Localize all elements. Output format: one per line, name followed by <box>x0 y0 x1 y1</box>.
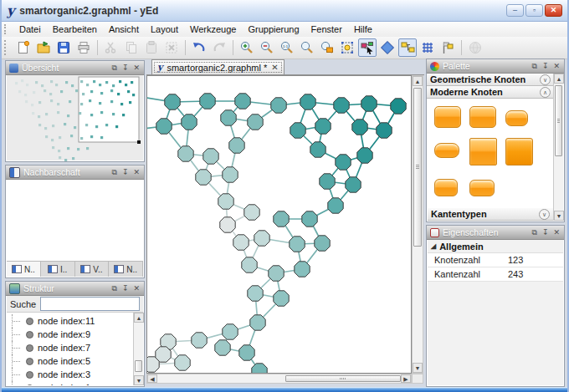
graph-node[interactable] <box>334 98 349 113</box>
graph-node[interactable] <box>377 123 392 138</box>
pin-icon[interactable]: ↧ <box>121 285 130 293</box>
graph-node[interactable] <box>248 115 263 130</box>
palette-panel-titlebar[interactable]: Palette ⧉ ↧ ✕ <box>427 59 564 74</box>
menu-item-hilfe[interactable]: Hilfe <box>348 23 378 35</box>
open-file-button[interactable] <box>34 38 53 57</box>
properties-group-header[interactable]: ◢ Allgemein <box>428 240 563 253</box>
menu-item-gruppierung[interactable]: Gruppierung <box>242 23 305 35</box>
overview-panel-titlebar[interactable]: Übersicht ⧉ ↧ ✕ <box>6 61 144 75</box>
minimap-viewport-handle[interactable] <box>137 140 141 144</box>
tree-node-item[interactable]: node index:9 <box>7 328 133 341</box>
palette-node-shape-2[interactable] <box>505 110 528 126</box>
close-icon[interactable]: ✕ <box>132 64 141 72</box>
menu-item-datei[interactable]: Datei <box>13 23 47 35</box>
magnifier-button[interactable] <box>298 38 316 57</box>
search-input[interactable] <box>40 297 140 311</box>
graph-node[interactable] <box>310 142 326 157</box>
close-icon[interactable]: ✕ <box>552 229 561 237</box>
palette-section-modern[interactable]: Moderne Knoten ∧ <box>427 86 554 99</box>
graph-node[interactable] <box>320 174 335 189</box>
canvas-hscrollbar[interactable]: ◀ ▶ <box>146 374 412 384</box>
scroll-up-icon[interactable]: ▲ <box>554 74 564 84</box>
graph-node[interactable] <box>290 123 305 138</box>
graph-node[interactable] <box>233 235 249 250</box>
chevron-down-icon[interactable]: ∨ <box>540 74 551 85</box>
palette-node-shape-1[interactable] <box>469 106 496 128</box>
palette-section-edgetypes[interactable]: Kantentypen ∨ <box>428 208 553 221</box>
graph-node[interactable] <box>182 115 197 130</box>
graph-node[interactable] <box>352 120 367 135</box>
structure-scrollbar[interactable]: ▲ ▼ <box>133 313 143 385</box>
menu-item-werkzeuge[interactable]: Werkzeuge <box>184 23 242 35</box>
scrollbar-thumb[interactable] <box>285 375 401 382</box>
palette-scrollbar[interactable]: ▲ ▼ <box>553 74 563 221</box>
graph-node[interactable] <box>221 110 236 125</box>
float-icon[interactable]: ⧉ <box>531 229 537 237</box>
graph-node[interactable] <box>200 94 215 109</box>
menu-item-layout[interactable]: Layout <box>145 23 184 35</box>
tree-node-item[interactable]: node index:3 <box>7 368 133 381</box>
neighborhood-panel-titlebar[interactable]: Nachbarschaft ⧉ ↧ ✕ <box>6 165 144 180</box>
neighborhood-tab-2[interactable]: V.. <box>75 262 110 277</box>
menu-item-bearbeiten[interactable]: Bearbeiten <box>47 23 103 35</box>
scroll-down-icon[interactable]: ▼ <box>413 363 423 373</box>
graph-node[interactable] <box>361 96 377 111</box>
graph-node[interactable] <box>252 364 267 374</box>
tree-node-item[interactable]: node index:11 <box>7 314 133 328</box>
edit-mode-button[interactable] <box>358 38 377 57</box>
scroll-right-icon[interactable]: ▶ <box>401 374 411 383</box>
scrollbar-thumb[interactable] <box>413 88 422 247</box>
neighborhood-view-button[interactable] <box>398 38 417 57</box>
pin-icon[interactable]: ↧ <box>121 64 130 72</box>
graph-node[interactable] <box>315 119 331 134</box>
scroll-up-icon[interactable]: ▲ <box>413 76 423 86</box>
maximize-button[interactable]: ▫ <box>525 4 543 17</box>
graph-node[interactable] <box>192 333 207 348</box>
graph-node[interactable] <box>269 266 284 281</box>
scrollbar-thumb[interactable] <box>555 85 562 156</box>
minimap-viewport[interactable] <box>79 77 139 142</box>
float-icon[interactable]: ⧉ <box>110 64 117 72</box>
undo-button[interactable] <box>190 38 208 57</box>
graph-node[interactable] <box>178 146 193 161</box>
graph-node[interactable] <box>220 217 235 232</box>
graph-node[interactable] <box>302 211 317 227</box>
palette-node-shape-3[interactable] <box>434 143 459 158</box>
palette-node-shape-6[interactable] <box>434 179 458 196</box>
pin-icon[interactable]: ↧ <box>541 63 550 70</box>
graph-node[interactable] <box>175 355 190 370</box>
graph-node[interactable] <box>244 205 259 220</box>
zoom-in-button[interactable] <box>238 38 256 57</box>
graph-node[interactable] <box>248 286 263 301</box>
label-flag-button[interactable] <box>438 38 457 57</box>
chevron-down-icon[interactable]: ∨ <box>539 209 550 220</box>
neighborhood-tab-1[interactable]: I.. <box>41 262 75 277</box>
menu-item-fenster[interactable]: Fenster <box>305 23 348 35</box>
document-tab[interactable]: y smartorganic2.graphml * ✕ <box>151 59 284 74</box>
close-button[interactable]: ✕ <box>545 4 562 17</box>
scrollbar-thumb[interactable] <box>135 360 142 372</box>
navigation-mode-button[interactable] <box>378 38 397 57</box>
graph-node[interactable] <box>315 236 330 251</box>
graph-node[interactable] <box>156 119 172 134</box>
graph-node[interactable] <box>250 315 265 330</box>
graph-node[interactable] <box>223 167 238 182</box>
minimize-button[interactable]: – <box>506 4 524 17</box>
float-icon[interactable]: ⧉ <box>110 285 117 293</box>
properties-panel-titlebar[interactable]: Eigenschaften ⧉ ↧ ✕ <box>427 226 564 240</box>
palette-node-shape-4[interactable] <box>469 138 497 165</box>
graph-node[interactable] <box>328 198 343 213</box>
zoom-selection-button[interactable] <box>318 38 336 57</box>
graph-node[interactable] <box>203 149 218 164</box>
graph-node[interactable] <box>271 98 286 113</box>
scroll-left-icon[interactable]: ◀ <box>147 374 157 383</box>
palette-section-geometric[interactable]: Geometrische Knoten ∨ <box>427 74 554 86</box>
menu-item-ansicht[interactable]: Ansicht <box>103 23 145 35</box>
close-icon[interactable]: ✕ <box>132 169 141 176</box>
print-button[interactable] <box>74 38 93 57</box>
tree-node-item[interactable]: node index:7 <box>7 341 133 354</box>
palette-node-shape-0[interactable] <box>434 106 461 128</box>
palette-node-shape-5[interactable] <box>505 138 533 165</box>
graph-node[interactable] <box>223 324 238 339</box>
graph-node[interactable] <box>242 257 257 272</box>
